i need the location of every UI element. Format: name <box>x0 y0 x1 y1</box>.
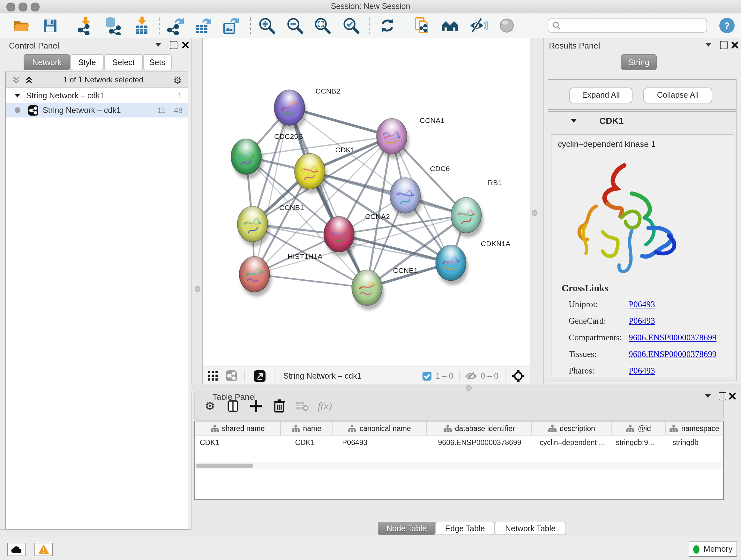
memory-status-dot <box>693 545 700 553</box>
table-row[interactable]: CDK1 CDK1 P06493 9606.ENSP00000378699 cy… <box>195 435 723 449</box>
tab-sets[interactable]: Sets <box>143 54 172 70</box>
help-button[interactable]: ? <box>719 18 735 33</box>
export-image-button[interactable] <box>220 15 241 36</box>
import-table-file-button[interactable] <box>131 15 152 36</box>
zoom-out-button[interactable] <box>285 15 305 36</box>
delete-column-icon[interactable] <box>267 399 290 413</box>
zoom-fit-button[interactable] <box>312 15 333 36</box>
tab-edge-table[interactable]: Edge Table <box>435 522 495 535</box>
cloud-status-button[interactable] <box>7 543 25 556</box>
tab-node-table[interactable]: Node Table <box>378 522 435 535</box>
collapse-all-chevron-icon[interactable] <box>12 76 20 84</box>
network-node-CDC6[interactable] <box>390 178 422 218</box>
network-node-CCNE1[interactable] <box>352 270 384 310</box>
network-row-selected[interactable]: String Network – cdk1 11 48 <box>6 103 188 118</box>
import-network-database-button[interactable] <box>103 15 123 36</box>
export-network-button[interactable] <box>165 15 185 36</box>
selected-count: 1 – 0 <box>435 371 454 380</box>
minimize-window-button[interactable] <box>18 3 27 11</box>
tree-expand-icon[interactable] <box>14 93 20 98</box>
column-header-namespace[interactable]: namespace <box>666 422 723 435</box>
column-header-id[interactable]: @id <box>612 422 666 435</box>
gear-icon[interactable]: ⚙ <box>173 75 182 84</box>
crosslink-uniprot-link[interactable]: P06493 <box>629 300 655 310</box>
right-splitter-handle[interactable] <box>532 210 537 216</box>
zoom-selected-button[interactable] <box>341 15 361 36</box>
close-window-button[interactable] <box>6 3 15 11</box>
results-buttons-box: Expand All Collapse All <box>548 79 737 110</box>
toolbar-separator <box>369 17 369 34</box>
control-panel-close-icon[interactable] <box>182 42 189 49</box>
expand-all-chevron-icon[interactable] <box>25 76 33 84</box>
clone-network-button[interactable] <box>412 15 433 36</box>
birdseye-toggle-icon[interactable] <box>512 369 525 382</box>
export-table-button[interactable] <box>192 15 212 36</box>
results-panel-menu-icon[interactable] <box>704 42 712 47</box>
hide-selected-button[interactable] <box>468 15 489 36</box>
horizontal-splitter[interactable] <box>192 384 741 391</box>
warning-status-button[interactable] <box>35 543 53 556</box>
network-canvas[interactable]: CCNB2CCNA1CDC25BCDK1CDC6RB1CCNB1CCNA2CDK… <box>203 38 530 367</box>
birdseye-grid-icon[interactable] <box>208 371 218 381</box>
network-node-CCNB2[interactable] <box>274 90 307 130</box>
horizontal-scrollbar[interactable] <box>195 462 722 469</box>
network-node-CDK1[interactable] <box>294 153 327 194</box>
results-panel-float-icon[interactable] <box>720 41 728 49</box>
crosslink-tissues-link[interactable]: 9606.ENSP00000378699 <box>629 349 717 360</box>
gene-section-header[interactable]: CDK1 <box>548 112 736 130</box>
zoom-in-button[interactable] <box>257 15 277 36</box>
node-label-CCNB2: CCNB2 <box>316 87 340 95</box>
network-collection-row[interactable]: String Network – cdk1 1 <box>6 88 188 103</box>
node-label-CDC6: CDC6 <box>430 165 450 173</box>
memory-button[interactable]: Memory <box>689 542 737 557</box>
results-panel-close-icon[interactable] <box>731 42 738 49</box>
string-style-icon[interactable] <box>226 370 237 381</box>
refresh-view-button[interactable] <box>377 15 398 36</box>
open-session-button[interactable] <box>11 15 31 36</box>
show-graphics-details-button[interactable] <box>496 15 517 36</box>
save-session-button[interactable] <box>40 15 60 36</box>
control-panel-float-icon[interactable] <box>170 41 178 49</box>
column-header-description[interactable]: description <box>532 422 612 435</box>
crosslink-genecard-link[interactable]: P06493 <box>629 316 655 326</box>
scrollbar-thumb[interactable] <box>196 463 253 468</box>
first-neighbors-button[interactable] <box>440 15 460 36</box>
section-collapse-icon[interactable] <box>570 118 578 123</box>
network-node-CCNA2[interactable] <box>324 216 356 257</box>
horizontal-splitter-handle[interactable] <box>466 385 472 391</box>
gray-sphere-icon <box>498 17 516 35</box>
hidden-eye-icon[interactable] <box>465 371 477 380</box>
tab-select[interactable]: Select <box>104 54 143 70</box>
network-node-CCNA1[interactable] <box>377 118 409 159</box>
crosslink-compartments-link[interactable]: 9606.ENSP00000378699 <box>629 333 717 343</box>
network-edge-CCNA1-HIST1H1A[interactable] <box>254 136 392 274</box>
tab-network[interactable]: Network <box>23 54 70 70</box>
expand-all-button[interactable]: Expand All <box>569 87 632 104</box>
column-header-name[interactable]: name <box>281 422 333 435</box>
network-node-CDKN1A[interactable] <box>435 245 468 285</box>
import-network-file-button[interactable] <box>75 15 96 36</box>
zoom-window-button[interactable] <box>30 3 40 11</box>
crosslink-label: Uniprot: <box>569 300 629 310</box>
left-splitter-handle[interactable] <box>195 286 200 292</box>
network-node-RB1[interactable] <box>451 197 483 238</box>
crosslink-pharos-link[interactable]: P06493 <box>629 366 655 376</box>
table-panel-float-icon[interactable] <box>719 392 726 400</box>
tab-string[interactable]: String <box>621 54 657 70</box>
column-header-canonical-name[interactable]: canonical name <box>333 422 427 435</box>
collapse-all-button[interactable]: Collapse All <box>643 87 712 104</box>
tab-network-table[interactable]: Network Table <box>495 522 566 535</box>
column-header-shared-name[interactable]: shared name <box>195 422 281 435</box>
selected-checkbox-icon[interactable] <box>423 371 432 380</box>
search-field[interactable] <box>548 18 707 33</box>
column-header-database-identifier[interactable]: database identifier <box>427 422 532 435</box>
network-name: String Network – cdk1 <box>43 106 121 115</box>
control-panel-menu-icon[interactable] <box>154 42 162 47</box>
network-node-CDC25B[interactable] <box>231 139 264 179</box>
open-in-window-icon[interactable] <box>254 370 266 381</box>
table-panel-menu-icon[interactable] <box>704 393 712 398</box>
edge-count: 48 <box>174 106 183 115</box>
toolbar-separator <box>250 17 251 34</box>
table-panel-close-icon[interactable] <box>729 393 736 400</box>
tab-style[interactable]: Style <box>70 54 104 70</box>
